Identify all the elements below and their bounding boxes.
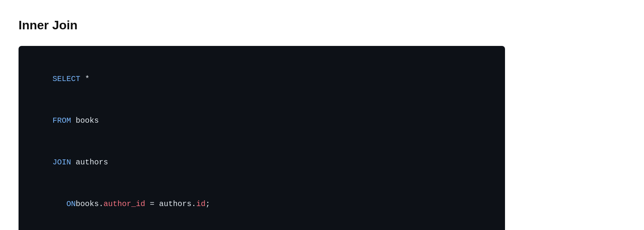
code-line-3: JOIN authors — [34, 142, 490, 183]
keyword-join: JOIN — [53, 158, 71, 167]
code-star: * — [80, 74, 90, 83]
code-block: SELECT * FROM books JOIN authors ONbooks… — [19, 46, 505, 230]
code-table1: books. — [76, 200, 103, 208]
code-table2: authors. — [159, 200, 196, 208]
code-authors: authors — [71, 158, 108, 167]
keyword-on: ON — [66, 200, 76, 208]
code-prop2: id — [196, 200, 205, 208]
code-line-1: SELECT * — [34, 58, 490, 100]
code-line-4: ONbooks.author_id = authors.id; — [34, 183, 490, 225]
code-semi: ; — [205, 200, 210, 208]
keyword-from: FROM — [53, 116, 71, 125]
code-eq: = — [145, 200, 159, 208]
keyword-select: SELECT — [53, 74, 80, 83]
code-indent — [53, 200, 66, 208]
code-prop1: author_id — [103, 200, 145, 208]
code-books: books — [71, 116, 99, 125]
code-line-2: FROM books — [34, 100, 490, 142]
page-title: Inner Join — [19, 15, 625, 35]
